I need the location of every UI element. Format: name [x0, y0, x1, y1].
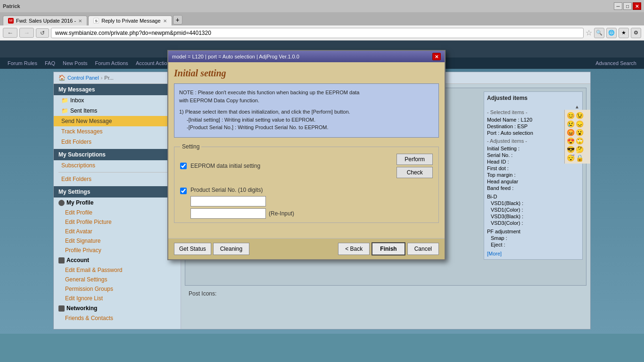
serial-checkbox[interactable]	[180, 188, 187, 194]
sidebar-item-edit-ignore-list[interactable]: Edit Ignore List	[54, 294, 181, 303]
back-button[interactable]: ←	[3, 28, 17, 38]
perform-button[interactable]: Perform	[396, 154, 433, 165]
nav-icon-1[interactable]: 🔍	[594, 28, 604, 38]
sidebar-item-sent-items[interactable]: 📁 Sent Items	[54, 106, 181, 116]
my-subscriptions-header: My Subscriptions	[54, 149, 181, 160]
profile-person-icon	[58, 200, 65, 206]
nav-icon-2[interactable]: 🌐	[606, 28, 617, 38]
tab-1[interactable]: M Fwd: Sales Update 2016 - ✕	[3, 16, 87, 25]
sidebar-item-edit-email-password[interactable]: Edit Email & Password	[54, 265, 181, 275]
back-nav-button[interactable]: < Back	[338, 243, 370, 255]
finish-button[interactable]: Finish	[372, 242, 405, 255]
sidebar-item-edit-signature[interactable]: Edit Signature	[54, 236, 181, 246]
nav-icon-4[interactable]: ⚙	[631, 28, 641, 38]
close-button[interactable]: ✕	[633, 2, 641, 10]
my-messages-header: My Messages	[54, 84, 181, 95]
nav-forum-rules[interactable]: Forum Rules	[8, 60, 37, 66]
sidebar: My Messages 📁 Inbox 📁 Sent Items Send Ne…	[54, 84, 181, 329]
dialog-close-button[interactable]: ✕	[432, 53, 441, 60]
inbox-folder-icon: 📁	[61, 97, 68, 104]
emoji-10[interactable]: 🤔	[576, 146, 584, 153]
sidebar-item-send-new-message[interactable]: Send New Message	[54, 116, 181, 126]
dialog-window: model = L120 | port = Auto selection | A…	[167, 50, 446, 260]
sidebar-section-settings: My Settings My Profile Edit Profile Edit…	[54, 186, 181, 323]
sidebar-item-edit-profile[interactable]: Edit Profile	[54, 208, 181, 217]
cancel-button[interactable]: Cancel	[407, 243, 439, 255]
post-icons-label: Post Icons:	[189, 290, 216, 297]
tab-bar: M Fwd: Sales Update 2016 - ✕ S Reply to …	[0, 12, 644, 25]
serial-row: Product Serial No. (10 digits) (Re-Input…	[180, 183, 433, 219]
emoji-12[interactable]: 🔒	[576, 154, 584, 162]
emoji-7[interactable]: 😍	[567, 137, 575, 145]
emoji-1[interactable]: 😊	[567, 112, 575, 119]
emoji-3[interactable]: 😢	[567, 120, 575, 128]
tab2-label: Reply to Private Message	[101, 18, 160, 24]
adj-band-feed: Band feed :	[487, 185, 579, 191]
sidebar-divider-1	[58, 172, 176, 173]
reload-button[interactable]: ↺	[36, 28, 49, 38]
adj-scroll-up[interactable]: ▲	[487, 104, 579, 109]
nav-new-posts[interactable]: New Posts	[63, 60, 88, 66]
cleaning-button[interactable]: Cleaning	[213, 243, 249, 255]
setting-group-legend: Setting	[180, 143, 201, 150]
star-icon[interactable]: ☆	[586, 28, 592, 37]
sidebar-item-inbox[interactable]: 📁 Inbox	[54, 95, 181, 106]
networking-icon	[58, 305, 65, 312]
maximize-button[interactable]: □	[623, 2, 632, 10]
note-line2: with EEPROM Data Copy function.	[179, 97, 427, 105]
emoji-11[interactable]: 😴	[567, 154, 575, 162]
tab2-close-icon[interactable]: ✕	[163, 18, 167, 24]
sidebar-item-my-profile[interactable]: My Profile	[54, 197, 181, 208]
sidebar-item-my-account[interactable]: Account	[54, 255, 181, 265]
nav-icon-3[interactable]: ★	[619, 28, 629, 38]
nav-advanced-search[interactable]: Advanced Search	[595, 60, 636, 66]
title-bar-user: Patrick	[3, 3, 20, 9]
emoji-9[interactable]: 😎	[567, 146, 575, 153]
serial-label: Product Serial No. (10 digits)	[190, 187, 433, 193]
adj-bid: Bi-D	[487, 193, 579, 200]
sidebar-item-edit-folders2[interactable]: Edit Folders	[54, 174, 181, 184]
reinput-row: (Re-Input)	[190, 208, 433, 219]
check-button[interactable]: Check	[396, 167, 433, 178]
sidebar-item-edit-folders[interactable]: Edit Folders	[54, 137, 181, 147]
adj-vsd3-color: VSD3(Color) :	[487, 220, 579, 226]
emoji-8[interactable]: 🙄	[576, 137, 584, 145]
serial-inputs-group: Product Serial No. (10 digits) (Re-Input…	[190, 187, 433, 219]
emoji-2[interactable]: 😉	[576, 112, 584, 119]
serial-input-2[interactable]	[190, 208, 266, 219]
sidebar-item-networking[interactable]: Networking	[54, 303, 181, 313]
adj-first-dot: First dot :	[487, 165, 579, 172]
perform-cancel-btns: Perform Check	[396, 154, 433, 178]
sidebar-item-track-messages[interactable]: Track Messages	[54, 126, 181, 137]
sidebar-item-friends-contacts[interactable]: Friends & Contacts	[54, 313, 181, 323]
sidebar-item-subscriptions[interactable]: Subscriptions	[54, 160, 181, 171]
adj-more[interactable]: [More]	[487, 251, 579, 256]
note-line6: -[Product Serial No.] : Writing Product …	[179, 123, 427, 132]
dialog-footer: Get Status Cleaning < Back Finish Cancel	[168, 238, 445, 259]
get-status-button[interactable]: Get Status	[174, 243, 211, 255]
serial-input-1[interactable]	[190, 196, 266, 206]
emoji-4[interactable]: 😞	[576, 120, 584, 128]
emoji-6[interactable]: 😮	[576, 129, 584, 136]
minimize-button[interactable]: ─	[614, 2, 622, 10]
eeprom-checkbox[interactable]	[180, 163, 187, 169]
forward-button[interactable]: →	[19, 28, 34, 38]
sidebar-item-edit-avatar[interactable]: Edit Avatar	[54, 227, 181, 236]
sidebar-item-edit-profile-picture[interactable]: Edit Profile Picture	[54, 217, 181, 227]
sidebar-item-profile-privacy[interactable]: Profile Privacy	[54, 246, 181, 255]
sidebar-item-general-settings[interactable]: General Settings	[54, 275, 181, 284]
nav-faq[interactable]: FAQ	[45, 60, 55, 66]
tab-2[interactable]: S Reply to Private Message ✕	[88, 16, 172, 25]
breadcrumb-control-panel[interactable]: Control Panel	[67, 75, 99, 81]
emoji-panel: 😊 😉 😢 😞 😡 😮 😍 🙄 😎 🤔 😴 🔒	[564, 110, 590, 164]
sidebar-item-permission-groups[interactable]: Permission Groups	[54, 284, 181, 294]
address-bar[interactable]	[51, 28, 584, 38]
new-tab-button[interactable]: +	[173, 15, 182, 25]
eeprom-row: EEPROM data initial setting Perform Chec…	[180, 154, 433, 178]
forum-page: Forum Rules FAQ New Posts Forum Actions …	[0, 41, 644, 334]
tab1-close-icon[interactable]: ✕	[78, 18, 82, 24]
dialog-note-wrapper: NOTE : Please don't execute this functio…	[174, 83, 439, 138]
nav-forum-actions[interactable]: Forum Actions	[95, 60, 128, 66]
my-settings-header: My Settings	[54, 186, 181, 197]
emoji-5[interactable]: 😡	[567, 129, 575, 136]
